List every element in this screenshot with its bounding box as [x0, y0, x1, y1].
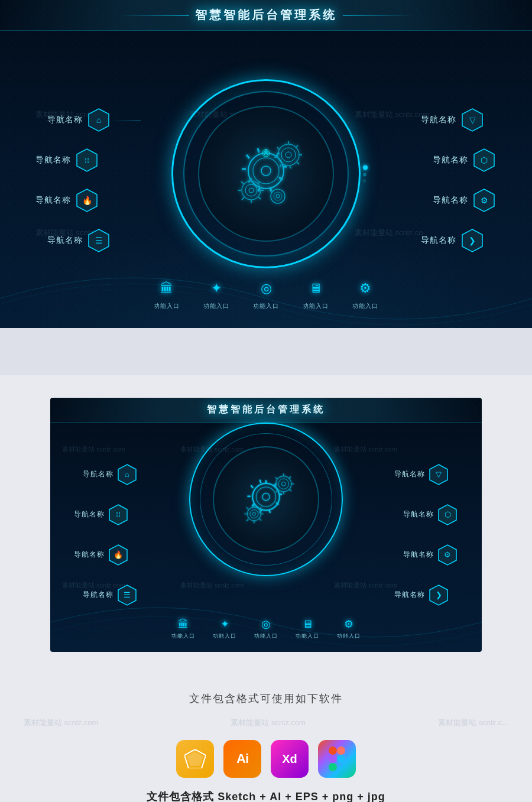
- panel-nav-left-2[interactable]: ⁞⁞ 导航名称: [74, 504, 129, 525]
- figma-icon: [318, 740, 356, 778]
- sketch-icon: [176, 740, 214, 778]
- panel-title: 智慧智能后台管理系统: [207, 404, 325, 416]
- func-1[interactable]: 🏛 功能入口: [154, 281, 180, 310]
- nav-right-4[interactable]: 导航名称 ❯: [421, 228, 485, 253]
- panel-inner: 智慧智能后台管理系统 素材能量站 scnlz.com 素材能量站 scnlz.c…: [50, 398, 482, 652]
- svg-rect-97: [329, 763, 337, 771]
- svg-marker-93: [187, 752, 203, 766]
- panel-nav-right-1[interactable]: 导航名称 ▽: [394, 464, 449, 485]
- footer-bottom-text: 文件包含格式 Sketch + AI + EPS + png + jpg: [147, 790, 385, 802]
- func-label-5: 功能入口: [352, 302, 378, 310]
- nav-left-2[interactable]: ⁞⁞ 导航名称: [35, 148, 99, 173]
- panel-nav-left-4[interactable]: ☰ 导航名称: [83, 585, 138, 606]
- nav-hex-home: ⌂: [86, 108, 111, 132]
- panel-bottom-bar: 🏛 功能入口 ✦ 功能入口 ◎ 功能入口 🖥 功能入口 ⚙ 功能入口: [171, 618, 361, 640]
- panel-title-bar: 智慧智能后台管理系统: [50, 398, 482, 423]
- func-icon-2: ✦: [207, 281, 226, 300]
- nav-hex-fire: 🔥: [74, 188, 99, 213]
- panel-nav-left-3[interactable]: 🔥 导航名称: [74, 544, 129, 566]
- func-3[interactable]: ◎ 功能入口: [253, 281, 279, 310]
- panel-func-3[interactable]: ◎ 功能入口: [254, 618, 278, 640]
- nav-hex-chevron: ❯: [460, 228, 485, 253]
- nav-left-4[interactable]: ☰ 导航名称: [47, 228, 111, 253]
- func-label-4: 功能入口: [303, 302, 329, 310]
- top-title-bar: 智慧智能后台管理系统: [0, 0, 532, 31]
- xd-icon: Xd: [271, 740, 309, 778]
- separator-1: [0, 328, 532, 375]
- panel-func-4[interactable]: 🖥 功能入口: [296, 618, 319, 640]
- panel-nav-right-2[interactable]: 导航名称 ⬡: [403, 504, 458, 525]
- func-label-1: 功能入口: [154, 302, 180, 310]
- bottom-function-bar: 🏛 功能入口 ✦ 功能入口 ◎ 功能入口 🖥 功能入口 ⚙ 功能入口: [154, 281, 378, 310]
- nav-hex-box: ⬡: [472, 148, 497, 173]
- func-icon-4: 🖥: [306, 281, 325, 300]
- footer-wm-left: 素材能量站 scnlz.com: [24, 717, 98, 728]
- nav-right-1[interactable]: 导航名称 ▽: [421, 108, 485, 132]
- top-banner: 智慧智能后台管理系统 素材能量站 scnlz.com 素材能量站 scnlz.c…: [0, 0, 532, 328]
- nav-left-1[interactable]: ⌂ 导航名称: [47, 108, 111, 132]
- app-icons-row: Ai Xd: [176, 740, 356, 778]
- second-panel: 智慧智能后台管理系统 素材能量站 scnlz.com 素材能量站 scnlz.c…: [0, 375, 532, 674]
- panel-nav-left-1[interactable]: ⌂ 导航名称: [83, 464, 138, 485]
- footer-wm-center: 素材能量站 scnlz.com: [231, 717, 305, 728]
- footer-wm-right: 素材能量站 scnlz.c...: [438, 717, 508, 728]
- nav-hex-gear: ⚙: [472, 188, 497, 213]
- nav-hex-list: ☰: [86, 228, 111, 253]
- footer-top-text: 文件包含格式可使用如下软件: [189, 691, 343, 706]
- func-5[interactable]: ⚙ 功能入口: [352, 281, 378, 310]
- nav-hex-arrow: ▽: [460, 108, 485, 132]
- panel-nav-right-3[interactable]: 导航名称 ⚙: [403, 544, 458, 566]
- panel-nav: ⌂ 导航名称 ⁞⁞ 导航名称 🔥 导航名称: [50, 423, 482, 652]
- svg-rect-95: [337, 746, 345, 755]
- func-4[interactable]: 🖥 功能入口: [303, 281, 329, 310]
- func-label-3: 功能入口: [253, 302, 279, 310]
- func-icon-5: ⚙: [356, 281, 375, 300]
- func-icon-1: 🏛: [157, 281, 176, 300]
- func-2[interactable]: ✦ 功能入口: [203, 281, 229, 310]
- panel-nav-right-4[interactable]: 导航名称 ❯: [394, 585, 449, 606]
- svg-rect-96: [329, 755, 337, 763]
- func-icon-3: ◎: [257, 281, 275, 300]
- ai-icon: Ai: [223, 740, 261, 778]
- svg-point-98: [337, 755, 345, 763]
- nav-left-3[interactable]: 🔥 导航名称: [35, 188, 99, 213]
- panel-func-1[interactable]: 🏛 功能入口: [171, 618, 195, 640]
- nav-hex-apps: ⁞⁞: [74, 148, 99, 173]
- nav-right-2[interactable]: 导航名称 ⬡: [433, 148, 497, 173]
- panel-func-2[interactable]: ✦ 功能入口: [213, 618, 236, 640]
- func-label-2: 功能入口: [203, 302, 229, 310]
- panel-func-5[interactable]: ⚙ 功能入口: [337, 618, 361, 640]
- top-title: 智慧智能后台管理系统: [195, 7, 337, 23]
- nav-right-3[interactable]: 导航名称 ⚙: [433, 188, 497, 213]
- svg-rect-94: [329, 746, 337, 755]
- footer-section: 文件包含格式可使用如下软件 素材能量站 scnlz.com 素材能量站 scnl…: [0, 674, 532, 802]
- footer-watermarks: 素材能量站 scnlz.com 素材能量站 scnlz.com 素材能量站 sc…: [0, 717, 532, 728]
